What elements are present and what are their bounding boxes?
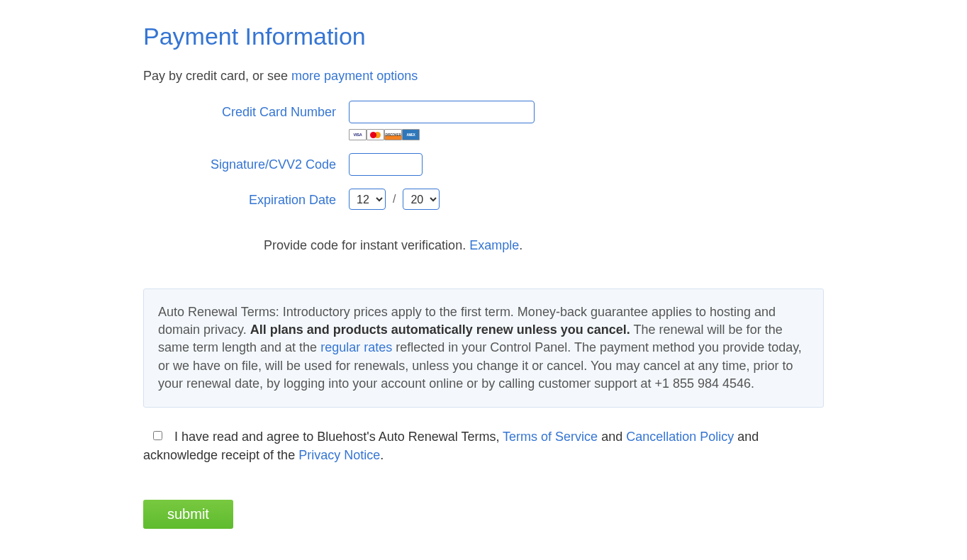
intro-text: Pay by credit card, or see more payment … bbox=[143, 69, 824, 84]
row-credit-card: Credit Card Number VISA DISCOVER AMEX bbox=[143, 101, 824, 140]
verify-suffix: . bbox=[519, 238, 522, 252]
verify-text: Provide code for instant verification. bbox=[264, 238, 469, 252]
agree-a: I have read and agree to Bluehost's Auto… bbox=[174, 430, 503, 444]
row-cvv: Signature/CVV2 Code bbox=[143, 153, 824, 176]
verification-note: Provide code for instant verification. E… bbox=[143, 238, 824, 253]
intro-prefix: Pay by credit card, or see bbox=[143, 69, 291, 83]
expiration-year-select[interactable]: 20 bbox=[403, 189, 440, 210]
expiration-month-select[interactable]: 12 bbox=[349, 189, 386, 210]
credit-card-input[interactable] bbox=[349, 101, 535, 123]
page-title: Payment Information bbox=[143, 23, 824, 50]
mastercard-icon bbox=[367, 129, 384, 140]
cvv-input[interactable] bbox=[349, 153, 423, 176]
example-link[interactable]: Example bbox=[469, 238, 519, 252]
agree-b: and bbox=[598, 430, 626, 444]
agree-checkbox[interactable] bbox=[153, 431, 162, 440]
regular-rates-link[interactable]: regular rates bbox=[320, 340, 392, 354]
row-expiration: Expiration Date 12 / 20 bbox=[143, 189, 824, 210]
agree-d: . bbox=[380, 448, 384, 462]
submit-button[interactable]: submit bbox=[143, 500, 233, 529]
terms-of-service-link[interactable]: Terms of Service bbox=[503, 430, 598, 444]
visa-icon: VISA bbox=[349, 129, 367, 140]
discover-icon: DISCOVER bbox=[384, 129, 402, 140]
date-separator: / bbox=[391, 193, 397, 206]
expiration-label: Expiration Date bbox=[143, 189, 349, 208]
privacy-notice-link[interactable]: Privacy Notice bbox=[298, 448, 380, 462]
cancellation-policy-link[interactable]: Cancellation Policy bbox=[626, 430, 734, 444]
agreement-row: I have read and agree to Bluehost's Auto… bbox=[143, 427, 824, 464]
amex-icon: AMEX bbox=[402, 129, 420, 140]
more-payment-options-link[interactable]: more payment options bbox=[291, 69, 418, 83]
credit-card-label: Credit Card Number bbox=[143, 101, 349, 120]
cvv-label: Signature/CVV2 Code bbox=[143, 153, 349, 172]
card-brand-logos: VISA DISCOVER AMEX bbox=[349, 129, 535, 140]
auto-renewal-terms-box: Auto Renewal Terms: Introductory prices … bbox=[143, 289, 824, 408]
terms-bold: All plans and products automatically ren… bbox=[250, 323, 630, 337]
